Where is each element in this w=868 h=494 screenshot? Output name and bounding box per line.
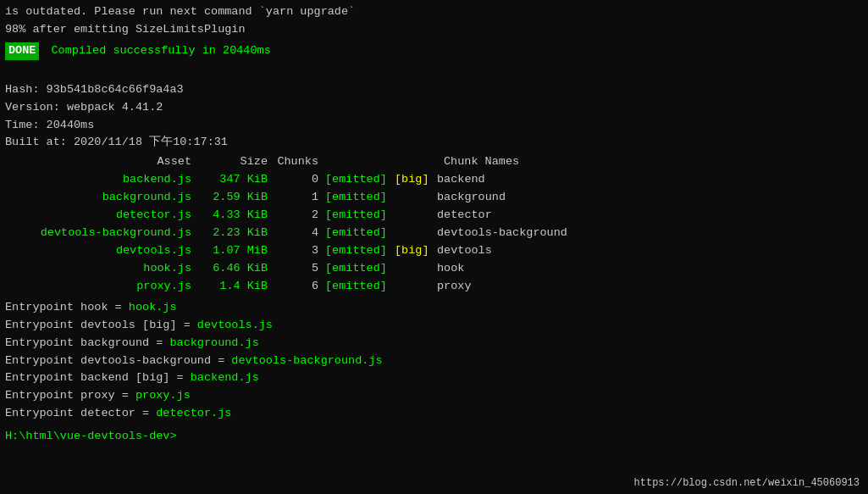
asset-size: 4.33 KiB	[191, 207, 268, 225]
done-line: DONE Compiled successfully in 20440ms	[5, 42, 863, 60]
asset-big	[395, 278, 437, 296]
time-line: Time: 20440ms	[5, 117, 863, 135]
table-row: hook.js 6.46 KiB 5 [emitted] hook	[5, 260, 863, 278]
asset-chunk-name: background	[437, 189, 606, 207]
asset-chunk: 0	[268, 171, 318, 189]
col-header-emitted	[318, 153, 395, 171]
col-header-chunk-names: Chunk Names	[437, 153, 606, 171]
terminal: is outdated. Please run next command `ya…	[0, 0, 868, 449]
col-header-asset: Asset	[5, 153, 191, 171]
entrypoint-prefix: Entrypoint devtools-background =	[5, 354, 231, 367]
asset-big	[395, 207, 437, 225]
asset-name: hook.js	[5, 260, 191, 278]
asset-size: 6.46 KiB	[191, 260, 268, 278]
entrypoint-line: Entrypoint background = background.js	[5, 335, 863, 352]
compiled-msg: Compiled successfully in 20440ms	[52, 44, 271, 57]
version-line: Version: webpack 4.41.2	[5, 99, 863, 117]
table-row: devtools-background.js 2.23 KiB 4 [emitt…	[5, 225, 863, 242]
asset-chunk: 2	[268, 207, 318, 225]
entrypoint-line: Entrypoint proxy = proxy.js	[5, 387, 863, 405]
asset-chunk-name: devtools-background	[437, 225, 606, 242]
asset-emitted: [emitted]	[318, 171, 395, 189]
asset-chunk: 1	[268, 189, 318, 207]
entrypoint-value: detector.js	[156, 407, 231, 419]
asset-name: devtools-background.js	[5, 225, 191, 242]
entrypoints-section: Entrypoint hook = hook.jsEntrypoint devt…	[5, 299, 863, 423]
entrypoint-value: hook.js	[129, 301, 177, 314]
asset-table: backend.js 347 KiB 0 [emitted] [big] bac…	[5, 171, 863, 295]
asset-chunk-name: hook	[437, 260, 606, 278]
asset-size: 1.07 MiB	[191, 242, 268, 260]
table-row: devtools.js 1.07 MiB 3 [emitted] [big] d…	[5, 242, 863, 260]
entrypoint-line: Entrypoint devtools [big] = devtools.js	[5, 317, 863, 335]
asset-chunk-name: proxy	[437, 278, 606, 296]
entrypoint-value: backend.js	[191, 371, 259, 384]
entrypoint-prefix: Entrypoint proxy =	[5, 389, 135, 402]
entrypoint-value: devtools-background.js	[231, 354, 382, 367]
entrypoint-line: Entrypoint detector = detector.js	[5, 405, 863, 423]
asset-big	[395, 189, 437, 207]
prompt: H:\html\vue-devtools-dev>	[5, 430, 177, 442]
asset-chunk: 5	[268, 260, 318, 278]
watermark: https://blog.csdn.net/weixin_45060913	[634, 477, 860, 489]
asset-big	[395, 260, 437, 278]
asset-emitted: [emitted]	[318, 242, 395, 260]
asset-name: proxy.js	[5, 278, 191, 296]
asset-emitted: [emitted]	[318, 207, 395, 225]
asset-size: 2.23 KiB	[191, 225, 268, 242]
entrypoint-line: Entrypoint hook = hook.js	[5, 299, 863, 317]
top-line-2: 98% after emitting SizeLimitsPlugin	[5, 21, 863, 39]
asset-big	[395, 225, 437, 242]
blank-line	[5, 64, 863, 81]
col-header-chunks: Chunks	[268, 153, 318, 171]
asset-chunk: 4	[268, 225, 318, 242]
entrypoint-line: Entrypoint backend [big] = backend.js	[5, 369, 863, 387]
asset-emitted: [emitted]	[318, 225, 395, 242]
asset-emitted: [emitted]	[318, 189, 395, 207]
asset-emitted: [emitted]	[318, 260, 395, 278]
table-row: proxy.js 1.4 KiB 6 [emitted] proxy	[5, 278, 863, 296]
entrypoint-prefix: Entrypoint detector =	[5, 407, 156, 419]
asset-size: 347 KiB	[191, 171, 268, 189]
entrypoint-prefix: Entrypoint background =	[5, 336, 169, 349]
asset-size: 2.59 KiB	[191, 189, 268, 207]
asset-chunk: 3	[268, 242, 318, 260]
table-row: background.js 2.59 KiB 1 [emitted] backg…	[5, 189, 863, 207]
asset-name: backend.js	[5, 171, 191, 189]
top-line-1: is outdated. Please run next command `ya…	[5, 3, 863, 21]
table-row: backend.js 347 KiB 0 [emitted] [big] bac…	[5, 171, 863, 189]
prompt-line: H:\html\vue-devtools-dev>	[5, 428, 863, 446]
col-header-big	[395, 153, 437, 171]
entrypoint-line: Entrypoint devtools-background = devtool…	[5, 352, 863, 370]
asset-chunk-name: devtools	[437, 242, 606, 260]
asset-size: 1.4 KiB	[191, 278, 268, 296]
entrypoint-value: devtools.js	[197, 319, 273, 331]
entrypoint-value: proxy.js	[135, 389, 191, 402]
hash-line: Hash: 93b541b8c64c66f9a4a3	[5, 81, 863, 99]
entrypoint-prefix: Entrypoint devtools [big] =	[5, 319, 197, 331]
entrypoint-prefix: Entrypoint hook =	[5, 301, 129, 314]
asset-name: detector.js	[5, 207, 191, 225]
entrypoint-value: background.js	[169, 336, 258, 349]
built-at-line: Built at: 2020/11/18 下午10:17:31	[5, 134, 863, 152]
asset-name: devtools.js	[5, 242, 191, 260]
table-header: Asset Size Chunks Chunk Names	[5, 153, 863, 171]
entrypoint-prefix: Entrypoint backend [big] =	[5, 371, 191, 384]
asset-big: [big]	[395, 171, 437, 189]
asset-chunk-name: backend	[437, 171, 606, 189]
asset-chunk: 6	[268, 278, 318, 296]
asset-name: background.js	[5, 189, 191, 207]
asset-big: [big]	[395, 242, 437, 260]
asset-chunk-name: detector	[437, 207, 606, 225]
table-row: detector.js 4.33 KiB 2 [emitted] detecto…	[5, 207, 863, 225]
col-header-size: Size	[191, 153, 268, 171]
done-badge: DONE	[5, 42, 39, 60]
asset-emitted: [emitted]	[318, 278, 395, 296]
